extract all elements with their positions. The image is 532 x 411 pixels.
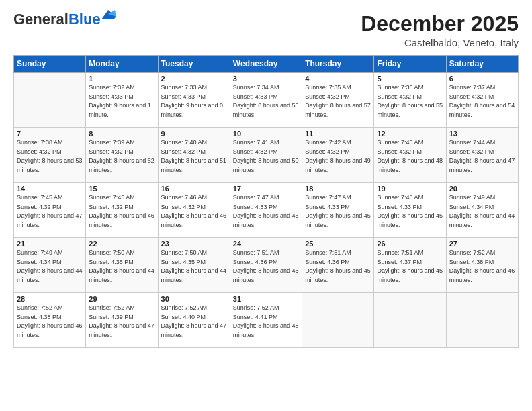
day-number: 2: [161, 75, 227, 83]
day-info: Sunrise: 7:52 AMSunset: 4:41 PMDaylight:…: [233, 304, 299, 340]
day-info: Sunrise: 7:45 AMSunset: 4:32 PMDaylight:…: [89, 193, 154, 230]
day-info: Sunrise: 7:47 AMSunset: 4:33 PMDaylight:…: [305, 193, 371, 230]
calendar-cell: [374, 293, 446, 348]
day-number: 26: [377, 240, 443, 248]
calendar-cell: 10Sunrise: 7:41 AMSunset: 4:32 PMDayligh…: [230, 128, 302, 183]
calendar-cell: 5Sunrise: 7:36 AMSunset: 4:32 PMDaylight…: [374, 73, 446, 128]
logo-general-text: General: [13, 11, 69, 28]
day-number: 30: [161, 295, 227, 303]
calendar-cell: 15Sunrise: 7:45 AMSunset: 4:32 PMDayligh…: [86, 183, 158, 238]
col-monday: Monday: [86, 56, 158, 73]
header-row: Sunday Monday Tuesday Wednesday Thursday…: [14, 56, 519, 73]
calendar-cell: [302, 293, 374, 348]
day-info: Sunrise: 7:42 AMSunset: 4:32 PMDaylight:…: [305, 138, 371, 175]
calendar-cell: 3Sunrise: 7:34 AMSunset: 4:33 PMDaylight…: [230, 73, 302, 128]
calendar-cell: 27Sunrise: 7:52 AMSunset: 4:38 PMDayligh…: [446, 238, 518, 293]
day-number: 9: [161, 130, 227, 138]
col-sunday: Sunday: [14, 56, 86, 73]
calendar-week-4: 21Sunrise: 7:49 AMSunset: 4:34 PMDayligh…: [14, 238, 519, 293]
calendar-cell: 24Sunrise: 7:51 AMSunset: 4:36 PMDayligh…: [230, 238, 302, 293]
col-saturday: Saturday: [446, 56, 518, 73]
day-info: Sunrise: 7:33 AMSunset: 4:33 PMDaylight:…: [161, 83, 227, 120]
calendar-cell: 9Sunrise: 7:40 AMSunset: 4:32 PMDaylight…: [158, 128, 230, 183]
calendar-cell: 18Sunrise: 7:47 AMSunset: 4:33 PMDayligh…: [302, 183, 374, 238]
logo: GeneralBlue: [13, 12, 116, 27]
calendar-cell: 13Sunrise: 7:44 AMSunset: 4:32 PMDayligh…: [446, 128, 518, 183]
calendar-cell: 8Sunrise: 7:39 AMSunset: 4:32 PMDaylight…: [86, 128, 158, 183]
calendar-week-3: 14Sunrise: 7:45 AMSunset: 4:32 PMDayligh…: [14, 183, 519, 238]
day-info: Sunrise: 7:45 AMSunset: 4:32 PMDaylight:…: [17, 193, 83, 230]
day-number: 28: [17, 295, 83, 303]
day-number: 22: [89, 240, 154, 248]
col-thursday: Thursday: [302, 56, 374, 73]
day-number: 23: [161, 240, 227, 248]
calendar-cell: 23Sunrise: 7:50 AMSunset: 4:35 PMDayligh…: [158, 238, 230, 293]
calendar-cell: 7Sunrise: 7:38 AMSunset: 4:32 PMDaylight…: [14, 128, 86, 183]
day-info: Sunrise: 7:43 AMSunset: 4:32 PMDaylight:…: [377, 138, 443, 175]
month-title: December 2025: [361, 12, 519, 36]
calendar-table: Sunday Monday Tuesday Wednesday Thursday…: [13, 55, 519, 348]
logo-icon: [101, 10, 116, 22]
calendar-cell: 25Sunrise: 7:51 AMSunset: 4:36 PMDayligh…: [302, 238, 374, 293]
day-info: Sunrise: 7:51 AMSunset: 4:36 PMDaylight:…: [233, 248, 299, 285]
col-friday: Friday: [374, 56, 446, 73]
calendar-cell: 12Sunrise: 7:43 AMSunset: 4:32 PMDayligh…: [374, 128, 446, 183]
calendar-cell: 28Sunrise: 7:52 AMSunset: 4:38 PMDayligh…: [14, 293, 86, 348]
day-info: Sunrise: 7:32 AMSunset: 4:33 PMDaylight:…: [89, 83, 154, 120]
location: Castelbaldo, Veneto, Italy: [361, 37, 519, 48]
calendar-week-2: 7Sunrise: 7:38 AMSunset: 4:32 PMDaylight…: [14, 128, 519, 183]
calendar-cell: 2Sunrise: 7:33 AMSunset: 4:33 PMDaylight…: [158, 73, 230, 128]
day-number: 5: [377, 75, 443, 83]
day-info: Sunrise: 7:34 AMSunset: 4:33 PMDaylight:…: [233, 83, 299, 120]
calendar-cell: 14Sunrise: 7:45 AMSunset: 4:32 PMDayligh…: [14, 183, 86, 238]
day-number: 12: [377, 130, 443, 138]
day-number: 16: [161, 185, 227, 193]
day-info: Sunrise: 7:46 AMSunset: 4:32 PMDaylight:…: [161, 193, 227, 230]
day-info: Sunrise: 7:50 AMSunset: 4:35 PMDaylight:…: [89, 248, 154, 285]
day-info: Sunrise: 7:49 AMSunset: 4:34 PMDaylight:…: [449, 193, 515, 230]
day-info: Sunrise: 7:35 AMSunset: 4:32 PMDaylight:…: [305, 83, 371, 120]
day-info: Sunrise: 7:49 AMSunset: 4:34 PMDaylight:…: [17, 248, 83, 285]
page: GeneralBlue December 2025 Castelbaldo, V…: [0, 0, 532, 411]
day-info: Sunrise: 7:38 AMSunset: 4:32 PMDaylight:…: [17, 138, 83, 175]
day-info: Sunrise: 7:41 AMSunset: 4:32 PMDaylight:…: [233, 138, 299, 175]
day-info: Sunrise: 7:51 AMSunset: 4:37 PMDaylight:…: [377, 248, 443, 285]
day-info: Sunrise: 7:36 AMSunset: 4:32 PMDaylight:…: [377, 83, 443, 120]
title-block: December 2025 Castelbaldo, Veneto, Italy: [361, 12, 519, 48]
calendar-cell: 17Sunrise: 7:47 AMSunset: 4:33 PMDayligh…: [230, 183, 302, 238]
col-wednesday: Wednesday: [230, 56, 302, 73]
day-info: Sunrise: 7:52 AMSunset: 4:38 PMDaylight:…: [17, 304, 83, 340]
day-info: Sunrise: 7:50 AMSunset: 4:35 PMDaylight:…: [161, 248, 227, 285]
col-tuesday: Tuesday: [158, 56, 230, 73]
header: GeneralBlue December 2025 Castelbaldo, V…: [13, 12, 519, 48]
day-info: Sunrise: 7:52 AMSunset: 4:40 PMDaylight:…: [161, 304, 227, 340]
day-number: 3: [233, 75, 299, 83]
calendar-week-5: 28Sunrise: 7:52 AMSunset: 4:38 PMDayligh…: [14, 293, 519, 348]
calendar-cell: 20Sunrise: 7:49 AMSunset: 4:34 PMDayligh…: [446, 183, 518, 238]
calendar-cell: 29Sunrise: 7:52 AMSunset: 4:39 PMDayligh…: [86, 293, 158, 348]
calendar-cell: 22Sunrise: 7:50 AMSunset: 4:35 PMDayligh…: [86, 238, 158, 293]
day-number: 6: [449, 75, 515, 83]
day-number: 18: [305, 185, 371, 193]
day-info: Sunrise: 7:52 AMSunset: 4:39 PMDaylight:…: [89, 304, 154, 340]
day-info: Sunrise: 7:40 AMSunset: 4:32 PMDaylight:…: [161, 138, 227, 175]
day-number: 20: [449, 185, 515, 193]
day-number: 21: [17, 240, 83, 248]
day-number: 19: [377, 185, 443, 193]
day-info: Sunrise: 7:39 AMSunset: 4:32 PMDaylight:…: [89, 138, 154, 175]
calendar-cell: 11Sunrise: 7:42 AMSunset: 4:32 PMDayligh…: [302, 128, 374, 183]
day-info: Sunrise: 7:52 AMSunset: 4:38 PMDaylight:…: [449, 248, 515, 285]
day-number: 15: [89, 185, 154, 193]
calendar-cell: 16Sunrise: 7:46 AMSunset: 4:32 PMDayligh…: [158, 183, 230, 238]
day-number: 1: [89, 75, 154, 83]
calendar-cell: 4Sunrise: 7:35 AMSunset: 4:32 PMDaylight…: [302, 73, 374, 128]
day-info: Sunrise: 7:48 AMSunset: 4:33 PMDaylight:…: [377, 193, 443, 230]
calendar-cell: 31Sunrise: 7:52 AMSunset: 4:41 PMDayligh…: [230, 293, 302, 348]
day-info: Sunrise: 7:47 AMSunset: 4:33 PMDaylight:…: [233, 193, 299, 230]
day-number: 24: [233, 240, 299, 248]
day-number: 4: [305, 75, 371, 83]
logo-blue-text: Blue: [69, 11, 101, 28]
day-number: 14: [17, 185, 83, 193]
calendar-cell: 21Sunrise: 7:49 AMSunset: 4:34 PMDayligh…: [14, 238, 86, 293]
day-number: 31: [233, 295, 299, 303]
